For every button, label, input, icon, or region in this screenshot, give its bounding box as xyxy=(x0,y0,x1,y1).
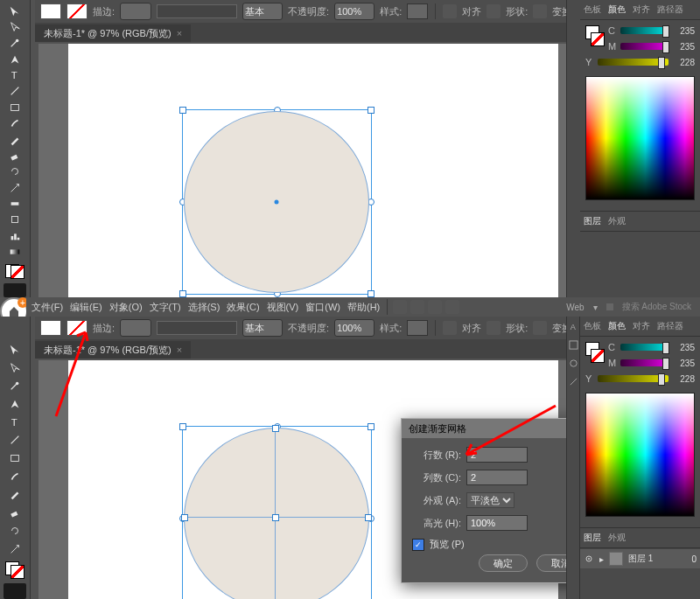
fill-stroke-swatch[interactable] xyxy=(5,561,24,579)
tool-eraser[interactable] xyxy=(4,148,26,163)
tab-swatches[interactable]: 色板 xyxy=(584,3,601,16)
menu-window[interactable]: 窗口(W) xyxy=(304,301,342,314)
tab-layers[interactable]: 图层 xyxy=(584,532,601,544)
tool-magic-wand[interactable] xyxy=(4,377,26,394)
style-swatch[interactable] xyxy=(407,320,428,336)
tool-rectangle[interactable] xyxy=(4,100,26,115)
slider-y[interactable] xyxy=(598,59,668,66)
doc-setup-icon[interactable] xyxy=(443,321,457,335)
tool-rotate[interactable] xyxy=(4,522,26,540)
preview-checkbox[interactable]: ✓ xyxy=(412,539,424,551)
stroke-weight-input[interactable] xyxy=(120,3,151,20)
tool-line[interactable] xyxy=(4,84,26,99)
tab-pathfinder[interactable]: 路径器 xyxy=(657,3,683,16)
panel-fill-stroke[interactable] xyxy=(585,342,605,372)
tab-align[interactable]: 对齐 xyxy=(633,3,650,16)
slider-m[interactable] xyxy=(620,359,668,366)
document-tab[interactable]: 未标题-1* @ 97% (RGB/预览) × xyxy=(35,24,191,42)
opacity-input[interactable] xyxy=(334,319,374,337)
slider-c[interactable] xyxy=(620,27,668,34)
panel-icon[interactable] xyxy=(569,377,578,387)
tab-color[interactable]: 颜色 xyxy=(608,320,626,332)
tool-gradient[interactable] xyxy=(4,244,26,259)
layer-row[interactable]: ▸ 图层 1 0 xyxy=(580,548,700,568)
tool-line[interactable] xyxy=(4,432,26,449)
shape-icon[interactable] xyxy=(533,4,547,18)
menubar-icon[interactable] xyxy=(410,300,424,314)
tool-rectangle[interactable] xyxy=(4,449,26,467)
tool-selection[interactable] xyxy=(4,3,26,18)
tool-pen[interactable] xyxy=(4,395,26,413)
search-icon[interactable] xyxy=(606,303,613,310)
menubar-icon[interactable] xyxy=(445,300,459,314)
color-mode-buttons[interactable] xyxy=(4,283,26,297)
stroke-preview[interactable] xyxy=(157,4,237,18)
tab-swatches[interactable]: 色板 xyxy=(584,320,601,332)
tab-appearance[interactable]: 外观 xyxy=(608,532,626,544)
tool-direct-select[interactable] xyxy=(4,19,26,34)
artboard[interactable] xyxy=(68,44,558,315)
color-spectrum[interactable] xyxy=(585,76,695,200)
panel-icon[interactable]: A xyxy=(569,322,578,331)
menubar-icon[interactable] xyxy=(428,300,442,314)
close-icon[interactable]: × xyxy=(177,28,182,38)
tab-color[interactable]: 颜色 xyxy=(608,3,626,16)
tool-type[interactable]: T xyxy=(4,67,26,82)
canvas[interactable] xyxy=(38,44,567,297)
slider-y[interactable] xyxy=(598,375,668,382)
tool-pencil[interactable] xyxy=(4,486,26,504)
menu-effect[interactable]: 效果(C) xyxy=(225,301,261,314)
tool-scale[interactable] xyxy=(4,180,26,195)
tool-type[interactable]: T xyxy=(4,414,26,431)
tab-appearance[interactable]: 外观 xyxy=(608,215,626,227)
menu-help[interactable]: 帮助(H) xyxy=(346,301,382,314)
tool-brush[interactable] xyxy=(4,116,26,131)
panel-icon[interactable] xyxy=(569,340,578,350)
style-swatch[interactable] xyxy=(407,3,428,19)
align-icon[interactable] xyxy=(486,321,500,335)
menu-view[interactable]: 视图(V) xyxy=(265,301,301,314)
menu-type[interactable]: 文字(T) xyxy=(148,301,183,314)
stroke-swatch[interactable] xyxy=(66,3,88,19)
tool-free-transform[interactable] xyxy=(4,212,26,227)
visibility-icon[interactable] xyxy=(584,554,594,564)
close-icon[interactable]: × xyxy=(177,345,182,355)
stroke-weight-input[interactable] xyxy=(120,319,151,337)
opacity-input[interactable] xyxy=(334,3,374,20)
ok-button[interactable]: 确定 xyxy=(479,554,528,572)
tool-brush[interactable] xyxy=(4,468,26,485)
menu-select[interactable]: 选择(S) xyxy=(186,301,222,314)
shape-icon[interactable] xyxy=(533,321,547,335)
fill-swatch[interactable] xyxy=(40,3,61,19)
tool-selection[interactable] xyxy=(4,341,26,359)
tool-chart[interactable] xyxy=(4,228,26,243)
align-icon[interactable] xyxy=(486,4,500,18)
tool-width[interactable] xyxy=(4,196,26,211)
panel-fill-stroke[interactable] xyxy=(585,25,605,55)
cols-input[interactable] xyxy=(466,470,528,485)
workspace-switcher[interactable]: Web▾ 搜索 Adobe Stock xyxy=(566,297,691,317)
tool-eraser[interactable] xyxy=(4,504,26,521)
menubar-icon[interactable] xyxy=(393,300,407,314)
tool-pencil[interactable] xyxy=(4,132,26,147)
tool-rotate[interactable] xyxy=(4,164,26,179)
slider-c[interactable] xyxy=(620,344,668,351)
highlight-input[interactable] xyxy=(466,515,528,531)
stroke-preview[interactable] xyxy=(157,321,237,335)
slider-m[interactable] xyxy=(620,43,668,50)
menu-file[interactable]: 文件(F) xyxy=(30,301,65,314)
ellipse-object[interactable] xyxy=(184,428,369,599)
appearance-select[interactable]: 平淡色 xyxy=(466,492,514,508)
tool-magic-wand[interactable] xyxy=(4,36,26,51)
tool-pen[interactable] xyxy=(4,52,26,66)
tab-layers[interactable]: 图层 xyxy=(584,215,601,227)
stroke-style-select[interactable] xyxy=(242,319,283,337)
tab-align[interactable]: 对齐 xyxy=(633,320,650,332)
color-mode-buttons[interactable] xyxy=(4,583,26,599)
stroke-style-select[interactable] xyxy=(242,3,283,20)
tool-scale[interactable] xyxy=(4,540,26,558)
tab-pathfinder[interactable]: 路径器 xyxy=(657,320,683,332)
fill-stroke-swatch[interactable] xyxy=(5,264,24,279)
color-spectrum[interactable] xyxy=(585,393,695,517)
menu-edit[interactable]: 编辑(E) xyxy=(68,301,104,314)
